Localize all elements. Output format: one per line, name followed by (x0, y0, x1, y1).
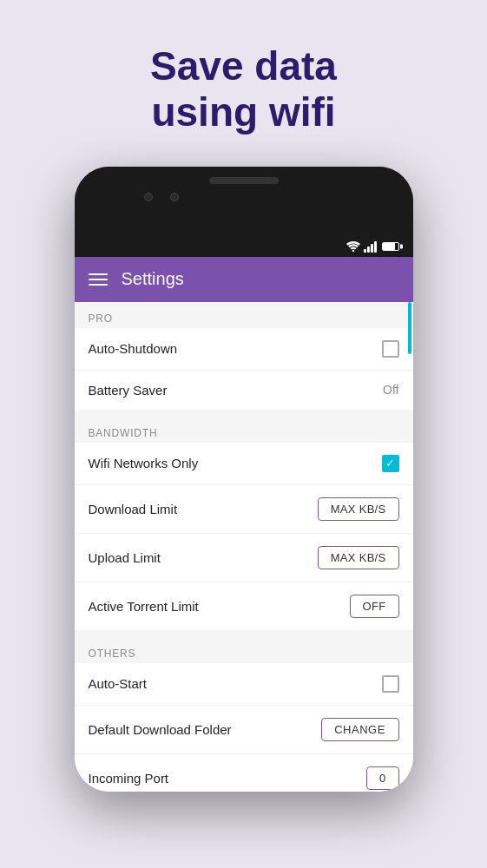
hero-section: Save data using wifi (150, 0, 337, 167)
hamburger-menu-icon[interactable] (89, 273, 108, 286)
download-limit-label: Download Limit (89, 502, 178, 516)
phone-cameras (144, 193, 179, 201)
status-icons (346, 240, 399, 253)
others-section: OTHERS Auto-Start Default Download Folde… (75, 637, 413, 792)
download-limit-button[interactable]: MAX KB/S (318, 497, 399, 521)
phone-top-bar (75, 167, 413, 236)
hero-line1: Save data (150, 43, 337, 89)
default-download-folder-row: Default Download Folder CHANGE (75, 706, 413, 754)
auto-start-label: Auto-Start (89, 676, 148, 691)
pro-section: PRO Auto-Shutdown Battery Saver Off (75, 302, 413, 410)
svg-point-0 (352, 250, 353, 252)
auto-shutdown-label: Auto-Shutdown (89, 341, 178, 356)
wifi-status-icon (346, 241, 360, 252)
wifi-networks-checkbox[interactable]: ✓ (382, 455, 399, 472)
others-section-header: OTHERS (75, 637, 413, 663)
auto-shutdown-checkbox[interactable] (382, 340, 399, 358)
battery-saver-label: Battery Saver (89, 383, 168, 398)
signal-icon (364, 240, 377, 253)
default-download-folder-label: Default Download Folder (89, 722, 232, 737)
wifi-networks-label: Wifi Networks Only (89, 456, 199, 470)
pro-section-header: PRO (75, 302, 413, 328)
phone-speaker (209, 177, 279, 184)
camera-dot-left (144, 193, 153, 201)
incoming-port-row: Incoming Port 0 (75, 754, 413, 792)
hero-text: Save data using wifi (150, 43, 337, 135)
camera-dot-right (170, 193, 179, 201)
download-limit-row: Download Limit MAX KB/S (75, 485, 413, 534)
upload-limit-button[interactable]: MAX KB/S (318, 546, 399, 569)
battery-saver-value[interactable]: Off (383, 383, 398, 397)
auto-shutdown-row: Auto-Shutdown (75, 328, 413, 371)
settings-content: PRO Auto-Shutdown Battery Saver Off BAND… (75, 302, 413, 792)
upload-limit-label: Upload Limit (89, 550, 161, 565)
bandwidth-section-header: BANDWIDTH (75, 417, 413, 443)
active-torrent-button[interactable]: OFF (350, 595, 399, 618)
hero-line2: using wifi (151, 89, 335, 135)
active-torrent-row: Active Torrent Limit OFF (75, 582, 413, 630)
auto-start-checkbox[interactable] (382, 675, 399, 693)
battery-saver-row: Battery Saver Off (75, 371, 413, 410)
active-torrent-label: Active Torrent Limit (89, 599, 199, 614)
scrollbar-track[interactable] (408, 302, 411, 792)
app-bar-title: Settings (122, 269, 184, 289)
default-download-folder-button[interactable]: CHANGE (321, 718, 399, 741)
incoming-port-button[interactable]: 0 (366, 766, 399, 790)
app-bar: Settings (75, 257, 413, 302)
auto-start-row: Auto-Start (75, 663, 413, 706)
status-bar (75, 236, 413, 257)
bandwidth-section: BANDWIDTH Wifi Networks Only ✓ Download … (75, 417, 413, 630)
upload-limit-row: Upload Limit MAX KB/S (75, 534, 413, 582)
battery-icon (382, 242, 399, 251)
wifi-networks-row: Wifi Networks Only ✓ (75, 443, 413, 485)
phone-mockup: Settings PRO Auto-Shutdown Battery Saver… (75, 167, 413, 792)
scrollbar-thumb[interactable] (408, 302, 411, 354)
incoming-port-label: Incoming Port (89, 771, 169, 786)
